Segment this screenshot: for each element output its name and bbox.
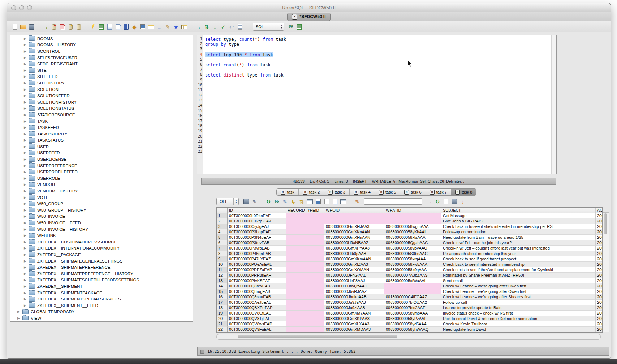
- disclosure-icon[interactable]: ▶: [24, 132, 28, 136]
- scrollbar-thumb[interactable]: [604, 213, 607, 234]
- tree-item-zkfedex-customaddresssource[interactable]: ▶ZKFEDEX__CUSTOMADDRESSSOURCE: [10, 239, 193, 245]
- close-tab-icon[interactable]: ×: [430, 190, 435, 195]
- cell-whoid[interactable]: 0033000000H9i0pAAB: [324, 251, 384, 256]
- cell-id[interactable]: 00T3000000P47LYEAZ: [228, 256, 286, 262]
- tree-item-w50-invoice-feed[interactable]: ▶W50_INVOICE__FEED: [10, 220, 193, 226]
- tree-item-solutionfeed[interactable]: ▶SOLUTIONFEED: [10, 92, 193, 99]
- sql-mode-dropdown[interactable]: SQL ▲▼: [253, 23, 284, 31]
- cell-recordtypeid[interactable]: [286, 305, 324, 311]
- cell-ac[interactable]: 200: [596, 229, 602, 235]
- cell-ac[interactable]: 200: [596, 246, 602, 251]
- fetch-more-icon[interactable]: ↓: [211, 23, 219, 30]
- results-vertical-scrollbar[interactable]: [603, 212, 609, 332]
- cell-whatid[interactable]: [384, 283, 441, 289]
- tree-item-sfdc-registrant[interactable]: ▶SFDC_REGISTRANT: [10, 61, 193, 67]
- disclosure-icon[interactable]: ▶: [24, 170, 28, 174]
- new-file-icon[interactable]: [11, 23, 18, 30]
- cell-whatid[interactable]: 0013000000C4fFCAAZ: [384, 294, 441, 300]
- tree-item-solutionstatus[interactable]: ▶SOLUTIONSTATUS: [10, 105, 193, 112]
- reload-file-icon[interactable]: [114, 23, 121, 30]
- rollback-icon[interactable]: [59, 23, 66, 30]
- cell-subject[interactable]: Check w/ Leanne – we're going after Shea…: [441, 294, 596, 300]
- disclosure-icon[interactable]: ▶: [24, 265, 28, 269]
- cell-id[interactable]: 00T3000000P3LopEAF: [228, 229, 286, 235]
- cell-whatid[interactable]: 00630000007A3bZAAS: [384, 273, 441, 278]
- reload-table-icon[interactable]: [306, 198, 314, 205]
- cell-subject[interactable]: Invoice status check – check w/ RS first: [441, 311, 596, 316]
- disclosure-icon[interactable]: ▶: [24, 278, 28, 282]
- tree-item-zkfedex-shipmatepreference[interactable]: ▶ZKFEDEX__SHIPMATEPREFERENCE: [10, 264, 193, 270]
- cell-id[interactable]: 00T3000000Q8rugEAB: [228, 289, 286, 294]
- cell-recordtypeid[interactable]: [286, 262, 324, 267]
- tree-item-zkfedex-shipment[interactable]: ▶ZKFEDEX__SHIPMENT: [10, 283, 193, 290]
- disclosure-icon[interactable]: ▶: [24, 234, 28, 237]
- results-panel-icon[interactable]: [295, 23, 303, 30]
- result-tab-task-4[interactable]: ×task 4: [349, 189, 375, 195]
- cell-ac[interactable]: 200: [596, 267, 602, 273]
- tree-item-w50-invoice-history[interactable]: ▶W50_INVOICE__HISTORY: [10, 226, 193, 233]
- cell-whatid[interactable]: 006300000058wgmAAA: [384, 224, 441, 229]
- cell-recordtypeid[interactable]: [286, 327, 324, 332]
- compare-icon[interactable]: ◆: [131, 23, 138, 30]
- cell-recordtypeid[interactable]: [286, 246, 324, 251]
- tree-item-zkfedex-shipment-feed[interactable]: ▶ZKFEDEX__SHIPMENT__FEED: [10, 302, 193, 309]
- align-icon[interactable]: ≡: [156, 23, 163, 30]
- cell-subject[interactable]: Check-in w/ Jeff – couldn't afford last …: [441, 246, 596, 251]
- cell-whatid[interactable]: 006300000058xw5AAA: [384, 262, 441, 267]
- disclosure-icon[interactable]: ▶: [24, 157, 28, 161]
- disclosure-icon[interactable]: ▶: [24, 126, 28, 129]
- cell-whoid[interactable]: 0033000000JbvRJAAZ: [324, 289, 384, 294]
- disconnect-icon[interactable]: [50, 23, 57, 30]
- cell-whoid[interactable]: 0033000000GmXPYAA3: [324, 246, 384, 251]
- minimize-window-button[interactable]: [19, 5, 24, 10]
- sort-rows-icon[interactable]: ⇅: [298, 198, 305, 205]
- cell-id[interactable]: 00T3000000P3N4pEAF: [228, 235, 286, 240]
- tree-item-zkfedex-internationalcommodity[interactable]: ▶ZKFEDEX__INTERNATIONALCOMMODITY: [10, 245, 193, 252]
- book-icon[interactable]: [122, 23, 130, 30]
- cell-subject[interactable]: Check back in to see if she's interested…: [441, 224, 596, 229]
- highlight-icon[interactable]: ✎: [354, 198, 361, 205]
- cell-whatid[interactable]: 00630000007blc2AAE: [384, 305, 441, 311]
- cell-id[interactable]: 00T3000000POeAnEAL: [228, 262, 286, 267]
- tree-item-zkfedex-shipmentspecialservices[interactable]: ▶ZKFEDEX__SHIPMENTSPECIALSERVICES: [10, 296, 193, 302]
- result-tab-task-3[interactable]: ×task 3: [324, 189, 349, 195]
- cell-ac[interactable]: 200: [596, 294, 602, 300]
- cell-whoid[interactable]: [324, 213, 384, 218]
- cell-whatid[interactable]: 00630000005QgzhAAC: [384, 240, 441, 246]
- cell-whatid[interactable]: [384, 289, 441, 294]
- disclosure-icon[interactable]: ▶: [24, 196, 28, 199]
- cell-whoid[interactable]: 0033000000Ju9J9AAJ: [324, 300, 384, 305]
- column-view-icon[interactable]: [323, 198, 330, 205]
- cell-id[interactable]: 00T3000000QV9FaEAL: [228, 327, 286, 332]
- refresh-results-icon[interactable]: ↻: [265, 198, 272, 205]
- sql-editor[interactable]: 1234567891011121314151617181920212223 se…: [197, 35, 557, 174]
- tree-item-solution[interactable]: ▶SOLUTION: [10, 86, 193, 93]
- cell-whoid[interactable]: 0033000000GmXKmAAN: [324, 256, 384, 262]
- cell-subject[interactable]: Get Massage: [441, 213, 596, 218]
- cell-subject[interactable]: Leanne to provide update to Bain: [441, 305, 596, 311]
- cell-subject[interactable]: Re-approach about membership this year: [441, 251, 596, 256]
- cell-ac[interactable]: 200: [596, 283, 602, 289]
- connect-icon[interactable]: →: [42, 23, 49, 30]
- disclosure-icon[interactable]: ▶: [24, 297, 28, 301]
- cell-ac[interactable]: 200: [596, 300, 602, 305]
- disclosure-icon[interactable]: ▶: [24, 88, 28, 91]
- execute-icon[interactable]: [89, 23, 96, 30]
- scrollbar-thumb[interactable]: [238, 335, 397, 338]
- disclosure-icon[interactable]: ▶: [24, 151, 28, 155]
- tree-item-global-temporary[interactable]: ▶GLOBAL TEMPORARY: [10, 309, 193, 315]
- disclosure-icon[interactable]: ▶: [24, 246, 28, 250]
- cell-id[interactable]: 00T3000000L0RknEAF: [228, 213, 286, 218]
- cell-ac[interactable]: 200: [596, 240, 602, 246]
- table-star-icon[interactable]: [181, 23, 188, 30]
- column-header-subject[interactable]: SUBJECT: [441, 208, 596, 213]
- disclosure-icon[interactable]: ▶: [17, 310, 21, 313]
- tree-item-scontrol[interactable]: ▶SCONTROL: [10, 48, 193, 55]
- cell-whoid[interactable]: 0033000000GmXHJAA3: [324, 224, 384, 229]
- cell-id[interactable]: 00T3000000QAeJbEAL: [228, 300, 286, 305]
- disclosure-icon[interactable]: ▶: [24, 145, 28, 148]
- cell-ac[interactable]: 200: [596, 213, 602, 218]
- close-tab-icon[interactable]: ×: [303, 190, 307, 195]
- cell-recordtypeid[interactable]: [286, 311, 324, 316]
- cell-recordtypeid[interactable]: [286, 251, 324, 256]
